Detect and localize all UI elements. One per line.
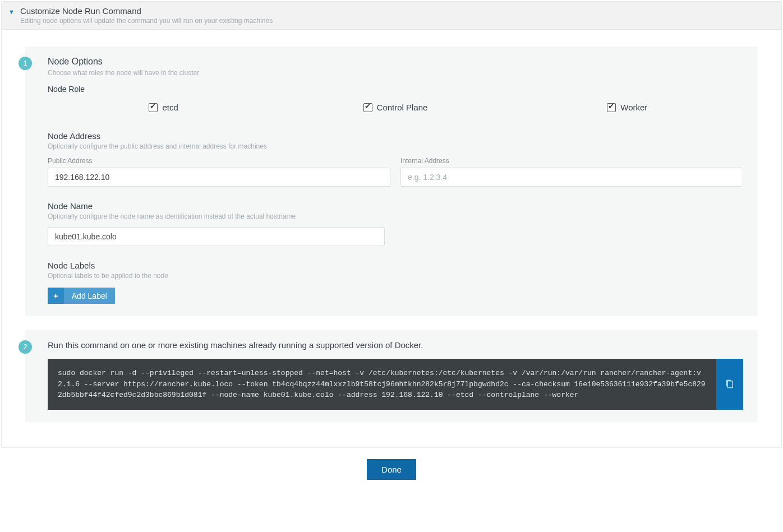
internal-address-input[interactable] <box>400 168 743 187</box>
step-2-title: Run this command on one or more existing… <box>48 340 743 350</box>
public-address-label: Public Address <box>48 157 390 165</box>
node-labels-block: Node Labels Optional labels to be applie… <box>48 261 743 304</box>
role-control-plane-label: Control Plane <box>377 103 428 112</box>
panel-title: Customize Node Run Command <box>20 6 775 16</box>
done-button[interactable]: Done <box>367 459 416 480</box>
header-titles: Customize Node Run Command Editing node … <box>20 6 775 25</box>
step-1-section: 1 Node Options Choose what roles the nod… <box>25 47 758 316</box>
node-roles-row: etcd Control Plane Worker <box>48 98 743 126</box>
copy-command-button[interactable] <box>716 359 743 410</box>
node-role-label: Node Role <box>48 85 743 94</box>
svg-rect-0 <box>727 381 733 388</box>
node-name-block: Node Name Optionally configure the node … <box>48 201 743 246</box>
main-panel: ▼ Customize Node Run Command Editing nod… <box>1 1 782 448</box>
panel-body: 1 Node Options Choose what roles the nod… <box>2 30 781 447</box>
command-output[interactable]: sudo docker run -d --privileged --restar… <box>48 359 716 410</box>
node-address-subtitle: Optionally configure the public address … <box>48 142 743 150</box>
internal-address-label: Internal Address <box>400 157 743 165</box>
add-label-button[interactable]: + Add Label <box>48 288 115 304</box>
checkbox-icon[interactable] <box>149 103 158 112</box>
role-worker-label: Worker <box>620 103 647 112</box>
node-options-title: Node Options <box>48 57 743 67</box>
footer: Done <box>0 449 783 493</box>
node-options-subtitle: Choose what roles the node will have in … <box>48 69 743 77</box>
collapse-caret-icon[interactable]: ▼ <box>8 8 15 15</box>
step-1-badge: 1 <box>19 57 32 70</box>
node-address-title: Node Address <box>48 131 743 141</box>
public-address-input[interactable] <box>48 168 390 187</box>
role-worker[interactable]: Worker <box>512 103 743 112</box>
plus-icon: + <box>48 288 64 304</box>
checkbox-icon[interactable] <box>363 103 372 112</box>
node-name-title: Node Name <box>48 201 743 211</box>
node-labels-subtitle: Optional labels to be applied to the nod… <box>48 272 743 280</box>
clipboard-icon <box>725 378 735 390</box>
role-etcd[interactable]: etcd <box>48 103 279 112</box>
add-label-text: Add Label <box>64 288 115 304</box>
step-2-section: 2 Run this command on one or more existi… <box>25 330 758 422</box>
checkbox-icon[interactable] <box>607 103 616 112</box>
node-labels-title: Node Labels <box>48 261 743 270</box>
role-etcd-label: etcd <box>162 103 178 112</box>
command-row: sudo docker run -d --privileged --restar… <box>48 359 743 410</box>
node-name-subtitle: Optionally configure the node name as id… <box>48 212 743 220</box>
step-2-badge: 2 <box>19 340 32 354</box>
role-control-plane[interactable]: Control Plane <box>279 103 511 112</box>
node-name-input[interactable] <box>48 227 385 246</box>
node-address-block: Node Address Optionally configure the pu… <box>48 131 743 187</box>
panel-subtitle: Editing node options will update the com… <box>20 17 775 25</box>
panel-header[interactable]: ▼ Customize Node Run Command Editing nod… <box>2 2 781 30</box>
